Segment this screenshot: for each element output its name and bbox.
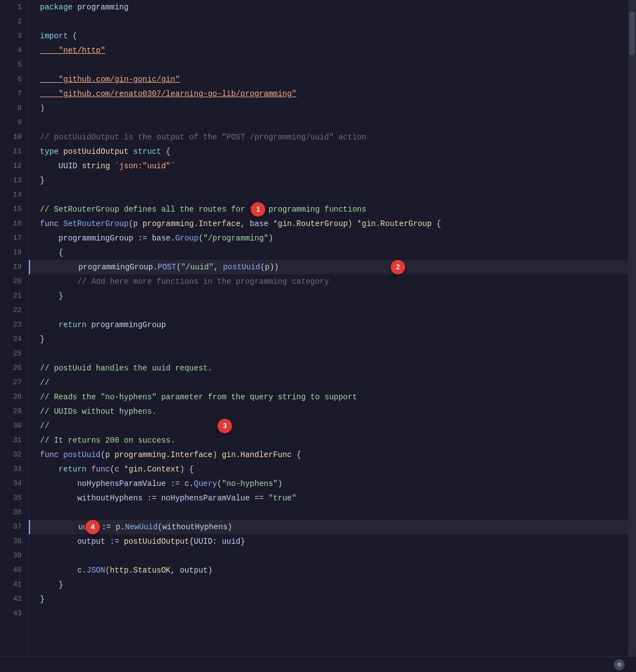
token: Query: [194, 477, 217, 491]
line-number-21: 21: [0, 289, 22, 303]
line-number-19: 19: [0, 260, 22, 274]
line-number-26: 26: [0, 361, 22, 375]
code-line-14: [40, 188, 636, 202]
code-line-28: // Reads the "no-hyphens" parameter from…: [40, 390, 636, 404]
token: {: [161, 144, 170, 159]
line-numbers: 1234567891011121314151617181920212223242…: [0, 0, 29, 672]
scrollbar[interactable]: [628, 0, 636, 672]
line-number-16: 16: [0, 217, 22, 231]
line-number-6: 6: [0, 72, 22, 87]
token: }: [40, 592, 44, 606]
token: (: [68, 29, 77, 43]
line-number-9: 9: [0, 116, 22, 130]
line-number-14: 14: [0, 188, 22, 202]
token: (: [199, 231, 203, 245]
code-line-5: [40, 58, 636, 72]
token: // postUuidOutput is the output of the "…: [40, 130, 366, 144]
token: (c *: [110, 462, 129, 477]
code-area[interactable]: package programming import ( "net/http" …: [29, 0, 636, 672]
token: type: [40, 144, 59, 159]
token: // UUIDs without hyphens.: [40, 404, 157, 419]
token: programming: [73, 0, 129, 14]
token: {: [40, 245, 63, 260]
code-line-6: "github.com/gin-gonic/gin": [40, 72, 636, 87]
token: uuid := p.: [41, 520, 125, 534]
line-number-15: 15: [0, 202, 22, 217]
code-line-29: // UUIDs without hyphens.: [40, 404, 636, 419]
token: (: [176, 260, 181, 274]
line-number-5: 5: [0, 58, 22, 72]
code-line-7: "github.com/renato0307/learning-go-lib/p…: [40, 87, 636, 101]
token: gin.RouterGroup: [362, 217, 432, 231]
token: // It returns 200 on success.: [40, 433, 175, 448]
code-line-36: [40, 505, 636, 520]
line-number-8: 8: [0, 101, 22, 116]
code-line-24: }: [40, 332, 636, 347]
code-line-26: // postUuid handles the uuid request.: [40, 361, 636, 375]
token: ): [278, 477, 282, 491]
token: "no-hyphens": [222, 477, 278, 491]
token: "true": [269, 491, 296, 505]
line-number-11: 11: [0, 144, 22, 159]
token: (: [217, 477, 221, 491]
token: [59, 217, 63, 231]
line-number-28: 28: [0, 390, 22, 404]
token: return: [40, 318, 87, 332]
code-line-40: c.JSON(http.StatusOK, output): [40, 563, 636, 578]
scrollbar-thumb[interactable]: [629, 11, 635, 56]
code-line-12: UUID string `json:"uuid"`: [40, 159, 636, 173]
line-number-32: 32: [0, 448, 22, 462]
token: [59, 144, 63, 159]
line-number-12: 12: [0, 159, 22, 173]
line-number-43: 43: [0, 606, 22, 621]
token: (p)): [260, 260, 279, 274]
code-line-27: //: [40, 375, 636, 390]
token: // SetRouterGroup defines all the routes…: [40, 202, 366, 217]
bottom-bar: ⚙: [0, 656, 636, 672]
code-line-4: "net/http": [40, 43, 636, 58]
line-number-3: 3: [0, 29, 22, 43]
token: }: [40, 578, 63, 592]
code-line-39: [40, 549, 636, 563]
token: Group: [175, 231, 199, 245]
token: gin.RouterGroup: [278, 217, 348, 231]
token: withoutHyphens := noHyphensParamValue: [40, 491, 254, 505]
token: "github.com/gin-gonic/gin": [40, 72, 180, 87]
code-editor: 1234567891011121314151617181920212223242…: [0, 0, 636, 672]
code-line-23: return programmingGroup: [40, 318, 636, 332]
code-line-15: // SetRouterGroup defines all the routes…: [40, 202, 636, 217]
token: func: [40, 448, 59, 462]
line-number-40: 40: [0, 563, 22, 578]
token: import: [40, 29, 68, 43]
line-number-2: 2: [0, 14, 22, 29]
line-number-41: 41: [0, 578, 22, 592]
token: JSON: [87, 563, 105, 578]
token: string: [82, 159, 110, 173]
token: package: [40, 0, 73, 14]
token: //: [40, 419, 49, 433]
token: gin.HandlerFunc: [222, 448, 292, 462]
code-line-3: import (: [40, 29, 636, 43]
code-line-37: uuid := p.NewUuid(withoutHyphens)4: [29, 520, 636, 534]
code-line-31: // It returns 200 on success.: [40, 433, 636, 448]
token: programming.Interface: [143, 217, 240, 231]
line-number-1: 1: [0, 0, 22, 14]
code-line-16: func SetRouterGroup(p programming.Interf…: [40, 217, 636, 231]
token: noHyphensParamValue := c.: [40, 477, 194, 491]
settings-icon[interactable]: ⚙: [614, 659, 625, 670]
token: programmingGroup: [87, 318, 166, 332]
code-line-38: output := postUuidOutput{UUID: uuid}: [40, 534, 636, 549]
code-line-42: }: [40, 592, 636, 606]
line-number-25: 25: [0, 347, 22, 361]
code-line-13: }: [40, 173, 636, 188]
code-line-22: [40, 303, 636, 318]
token: [59, 448, 63, 462]
token: http.StatusOK: [110, 563, 170, 578]
code-line-8: ): [40, 101, 636, 116]
token: , base *: [240, 217, 277, 231]
token: }: [40, 332, 44, 347]
token: ) *: [348, 217, 362, 231]
line-number-31: 31: [0, 433, 22, 448]
token: UUID: [40, 159, 82, 173]
line-number-30: 30: [0, 419, 22, 433]
